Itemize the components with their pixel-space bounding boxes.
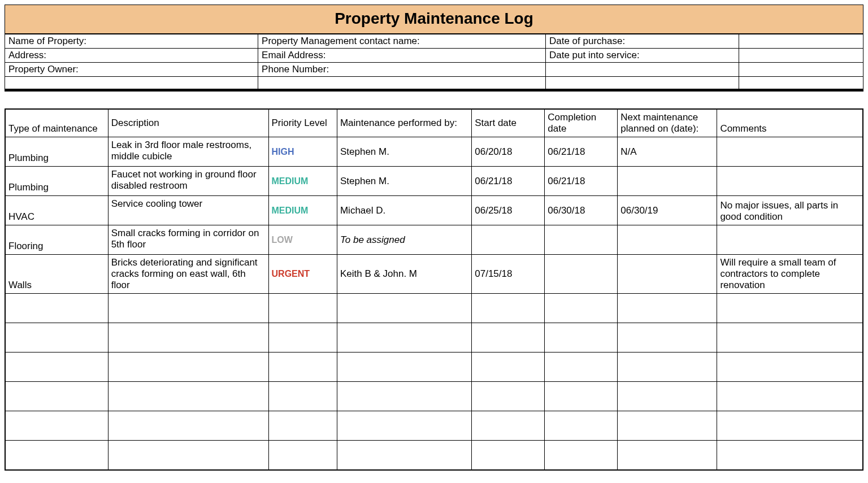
info-cell[interactable]: Address: <box>5 49 258 63</box>
info-cell[interactable] <box>5 77 258 89</box>
info-cell[interactable]: Property Owner: <box>5 63 258 77</box>
log-cell-desc[interactable] <box>108 353 268 382</box>
log-cell-type[interactable]: Flooring <box>5 225 108 255</box>
log-cell-desc[interactable] <box>108 411 268 441</box>
log-cell-comments[interactable] <box>717 382 863 411</box>
log-cell-type[interactable] <box>5 411 108 441</box>
log-cell-start[interactable]: 06/25/18 <box>472 196 545 225</box>
log-cell-start[interactable] <box>472 294 545 323</box>
log-cell-next[interactable]: N/A <box>618 137 717 167</box>
log-cell-desc[interactable] <box>108 382 268 411</box>
log-cell-type[interactable]: HVAC <box>5 196 108 225</box>
log-cell-desc[interactable] <box>108 441 268 470</box>
info-cell[interactable] <box>739 77 863 89</box>
log-cell-comments[interactable] <box>717 323 863 353</box>
log-cell-start[interactable] <box>472 411 545 441</box>
log-cell-next[interactable] <box>618 323 717 353</box>
log-cell-next[interactable] <box>618 167 717 196</box>
info-cell[interactable]: Email Address: <box>258 49 546 63</box>
log-cell-desc[interactable] <box>108 294 268 323</box>
log-cell-comments[interactable]: No major issues, all parts in good condi… <box>717 196 863 225</box>
info-cell[interactable] <box>739 49 863 63</box>
log-cell-start[interactable] <box>472 323 545 353</box>
log-cell-next[interactable] <box>618 411 717 441</box>
info-cell[interactable] <box>545 77 739 89</box>
log-cell-desc[interactable]: Bricks deteriorating and significant cra… <box>108 255 268 294</box>
log-cell-complete[interactable] <box>545 382 618 411</box>
log-cell-by[interactable]: Stephen M. <box>337 137 471 167</box>
log-cell-comments[interactable] <box>717 353 863 382</box>
log-cell-priority[interactable] <box>268 411 337 441</box>
log-cell-next[interactable] <box>618 353 717 382</box>
log-cell-priority[interactable]: URGENT <box>268 255 337 294</box>
log-cell-priority[interactable] <box>268 441 337 470</box>
log-cell-type[interactable] <box>5 323 108 353</box>
info-cell[interactable] <box>545 63 739 77</box>
info-cell[interactable]: Date of purchase: <box>545 34 739 49</box>
info-cell[interactable] <box>739 63 863 77</box>
info-cell[interactable] <box>739 34 863 49</box>
log-cell-complete[interactable]: 06/21/18 <box>545 137 618 167</box>
log-cell-start[interactable]: 07/15/18 <box>472 255 545 294</box>
log-cell-complete[interactable] <box>545 294 618 323</box>
log-cell-by[interactable] <box>337 323 471 353</box>
log-cell-comments[interactable] <box>717 137 863 167</box>
log-cell-next[interactable] <box>618 255 717 294</box>
log-cell-next[interactable] <box>618 294 717 323</box>
log-cell-complete[interactable] <box>545 353 618 382</box>
log-cell-start[interactable]: 06/20/18 <box>472 137 545 167</box>
info-cell[interactable]: Property Management contact name: <box>258 34 546 49</box>
log-cell-by[interactable] <box>337 382 471 411</box>
info-cell[interactable]: Name of Property: <box>5 34 258 49</box>
log-cell-complete[interactable] <box>545 323 618 353</box>
log-cell-type[interactable] <box>5 441 108 470</box>
log-cell-priority[interactable]: MEDIUM <box>268 167 337 196</box>
log-cell-desc[interactable] <box>108 323 268 353</box>
log-cell-by[interactable] <box>337 411 471 441</box>
log-cell-next[interactable] <box>618 441 717 470</box>
log-cell-start[interactable] <box>472 225 545 255</box>
log-cell-complete[interactable]: 06/21/18 <box>545 167 618 196</box>
log-cell-priority[interactable] <box>268 294 337 323</box>
log-cell-complete[interactable] <box>545 255 618 294</box>
log-cell-type[interactable] <box>5 382 108 411</box>
log-cell-type[interactable]: Walls <box>5 255 108 294</box>
log-cell-type[interactable]: Plumbing <box>5 137 108 167</box>
info-cell[interactable]: Date put into service: <box>545 49 739 63</box>
log-cell-desc[interactable]: Service cooling tower <box>108 196 268 225</box>
log-cell-priority[interactable]: HIGH <box>268 137 337 167</box>
info-cell[interactable]: Phone Number: <box>258 63 546 77</box>
log-cell-start[interactable]: 06/21/18 <box>472 167 545 196</box>
log-cell-priority[interactable] <box>268 353 337 382</box>
log-cell-by[interactable]: To be assigned <box>337 225 471 255</box>
log-cell-by[interactable] <box>337 294 471 323</box>
log-cell-next[interactable] <box>618 382 717 411</box>
log-cell-priority[interactable]: MEDIUM <box>268 196 337 225</box>
log-cell-by[interactable] <box>337 353 471 382</box>
log-cell-start[interactable] <box>472 382 545 411</box>
log-cell-comments[interactable] <box>717 225 863 255</box>
log-cell-complete[interactable]: 06/30/18 <box>545 196 618 225</box>
log-cell-by[interactable]: Stephen M. <box>337 167 471 196</box>
log-cell-complete[interactable] <box>545 225 618 255</box>
log-cell-next[interactable]: 06/30/19 <box>618 196 717 225</box>
log-cell-complete[interactable] <box>545 411 618 441</box>
log-cell-start[interactable] <box>472 353 545 382</box>
log-cell-comments[interactable] <box>717 411 863 441</box>
log-cell-comments[interactable] <box>717 441 863 470</box>
log-cell-comments[interactable]: Will require a small team of contractors… <box>717 255 863 294</box>
log-cell-priority[interactable] <box>268 382 337 411</box>
log-cell-desc[interactable]: Leak in 3rd floor male restrooms, middle… <box>108 137 268 167</box>
log-cell-type[interactable] <box>5 294 108 323</box>
log-cell-comments[interactable] <box>717 167 863 196</box>
log-cell-comments[interactable] <box>717 294 863 323</box>
log-cell-priority[interactable]: LOW <box>268 225 337 255</box>
log-cell-type[interactable]: Plumbing <box>5 167 108 196</box>
log-cell-complete[interactable] <box>545 441 618 470</box>
log-cell-desc[interactable]: Faucet not working in ground floor disab… <box>108 167 268 196</box>
log-cell-by[interactable]: Michael D. <box>337 196 471 225</box>
log-cell-next[interactable] <box>618 225 717 255</box>
log-cell-desc[interactable]: Small cracks forming in corridor on 5th … <box>108 225 268 255</box>
log-cell-priority[interactable] <box>268 323 337 353</box>
info-cell[interactable] <box>258 77 546 89</box>
